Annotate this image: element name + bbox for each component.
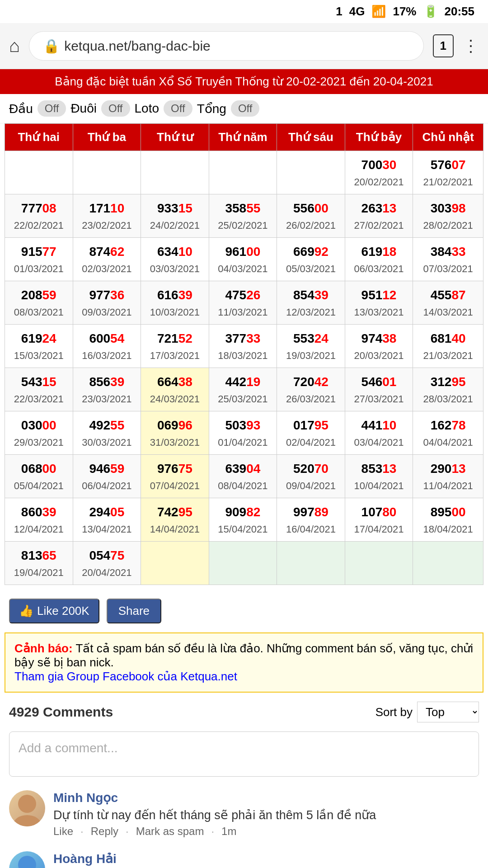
table-row: 2085908/03/20219773609/03/20216163910/03… xyxy=(5,281,483,325)
lottery-number: 50393 xyxy=(212,416,274,435)
lottery-date: 10/03/2021 xyxy=(144,305,206,320)
lottery-number: 29405 xyxy=(76,503,138,522)
facebook-group-link[interactable]: Tham gia Group Facebook của Ketqua.net xyxy=(14,670,237,683)
comment-input[interactable]: Add a comment... xyxy=(9,731,479,777)
table-cell: 9767507/04/2021 xyxy=(141,455,209,498)
table-cell: 7770822/02/2021 xyxy=(5,194,73,238)
loto-toggle[interactable]: Off xyxy=(164,100,192,117)
table-cell xyxy=(277,542,345,585)
comment-body: Hoàng Hải Lăng lê vào xem cmt rồi đi soi… xyxy=(53,851,479,868)
last-two-digits: 33 xyxy=(451,245,465,259)
lottery-date: 02/03/2021 xyxy=(76,261,138,276)
last-two-digits: 95 xyxy=(178,505,192,519)
table-cell: 5039301/04/2021 xyxy=(209,411,277,455)
tong-toggle[interactable]: Off xyxy=(231,100,260,117)
last-two-digits: 18 xyxy=(382,245,396,259)
last-two-digits: 59 xyxy=(42,288,56,302)
table-row: 7003020/02/20215760721/02/2021 xyxy=(5,151,483,194)
last-two-digits: 55 xyxy=(246,201,260,215)
lottery-number: 89500 xyxy=(416,503,480,522)
loto-label: Loto xyxy=(135,101,160,116)
table-cell: 2901311/04/2021 xyxy=(413,455,483,498)
lottery-date: 18/03/2021 xyxy=(212,348,274,363)
lottery-date: 13/03/2021 xyxy=(348,305,410,320)
last-two-digits: 26 xyxy=(246,288,260,302)
table-row: 7770822/02/20211711023/02/20219331524/02… xyxy=(5,194,483,238)
table-cell: 2631327/02/2021 xyxy=(345,194,413,238)
lottery-number: 81365 xyxy=(8,546,70,565)
lottery-date: 19/03/2021 xyxy=(280,348,342,363)
table-cell: 6341003/03/2021 xyxy=(141,238,209,281)
dau-label: Đầu xyxy=(9,101,33,116)
table-cell: 0699631/03/2021 xyxy=(141,411,209,455)
table-cell: 5560026/02/2021 xyxy=(277,194,345,238)
lottery-number: 91577 xyxy=(8,242,70,261)
table-cell: 6192415/03/2021 xyxy=(5,325,73,368)
lottery-number: 85313 xyxy=(348,459,410,478)
lottery-date: 05/03/2021 xyxy=(280,261,342,276)
lottery-date: 16/04/2021 xyxy=(280,522,342,537)
lottery-number: 54315 xyxy=(8,373,70,392)
column-header: Thứ năm xyxy=(209,124,277,151)
column-header: Thứ bảy xyxy=(345,124,413,151)
last-two-digits: 12 xyxy=(382,288,396,302)
like-button[interactable]: 👍 Like 200K xyxy=(9,599,99,623)
last-two-digits: 62 xyxy=(110,245,124,259)
reply-action[interactable]: Reply xyxy=(91,825,118,838)
warning-box: Cảnh báo: Tất cả spam bán số đều là lừa … xyxy=(5,632,483,693)
dau-toggle[interactable]: Off xyxy=(38,100,66,117)
last-two-digits: 75 xyxy=(110,548,124,562)
lottery-number: 20859 xyxy=(8,286,70,305)
table-cell: 7429514/04/2021 xyxy=(141,498,209,542)
lottery-date: 24/03/2021 xyxy=(144,392,206,406)
last-two-digits: 24 xyxy=(314,331,328,345)
lottery-number: 94659 xyxy=(76,459,138,478)
more-options-icon[interactable]: ⋮ xyxy=(463,37,479,56)
last-two-digits: 13 xyxy=(451,462,465,476)
lottery-number: 72042 xyxy=(280,373,342,392)
lottery-number: 63410 xyxy=(144,242,206,261)
lottery-number: 55600 xyxy=(280,199,342,218)
lottery-number: 44219 xyxy=(212,373,274,392)
sort-select[interactable]: Top Newest xyxy=(417,702,479,722)
lottery-number: 87462 xyxy=(76,242,138,261)
table-cell xyxy=(413,542,483,585)
lottery-date: 11/03/2021 xyxy=(212,305,274,320)
tab-count-button[interactable]: 1 xyxy=(433,34,454,57)
last-two-digits: 42 xyxy=(314,375,328,389)
table-cell: 1078017/04/2021 xyxy=(345,498,413,542)
url-bar[interactable]: 🔒 ketqua.net/bang-dac-bie xyxy=(29,31,423,61)
lottery-date: 23/03/2021 xyxy=(76,392,138,406)
last-two-digits: 13 xyxy=(382,201,396,215)
last-two-digits: 01 xyxy=(382,375,396,389)
lottery-number: 45587 xyxy=(416,286,480,305)
last-two-digits: 39 xyxy=(42,505,56,519)
duoi-toggle[interactable]: Off xyxy=(101,100,130,117)
lottery-number: 01795 xyxy=(280,416,342,435)
lottery-date: 03/03/2021 xyxy=(144,261,206,276)
status-bar: 1 4G 📶 17% 🔋 20:55 xyxy=(0,0,488,23)
comment-time: 1m xyxy=(221,825,236,838)
lottery-number: 35855 xyxy=(212,199,274,218)
svg-point-1 xyxy=(14,815,41,826)
home-icon[interactable]: ⌂ xyxy=(9,36,20,56)
lottery-date: 02/04/2021 xyxy=(280,435,342,450)
lottery-number: 90982 xyxy=(212,503,274,522)
battery-icon: 🔋 xyxy=(423,5,438,19)
table-cell: 9098215/04/2021 xyxy=(209,498,277,542)
lottery-date: 28/03/2021 xyxy=(416,392,480,406)
table-cell: 8563923/03/2021 xyxy=(73,368,141,411)
lottery-number: 17110 xyxy=(76,199,138,218)
lottery-date: 14/03/2021 xyxy=(416,305,480,320)
lottery-date: 07/04/2021 xyxy=(144,478,206,493)
table-cell: 9610004/03/2021 xyxy=(209,238,277,281)
table-row: 0680005/04/20219465906/04/20219767507/04… xyxy=(5,455,483,498)
table-cell xyxy=(209,542,277,585)
last-two-digits: 30 xyxy=(382,158,396,172)
like-action[interactable]: Like xyxy=(53,825,73,838)
mark-spam-action[interactable]: Mark as spam xyxy=(136,825,204,838)
table-cell: 3843307/03/2021 xyxy=(413,238,483,281)
last-two-digits: 89 xyxy=(314,505,328,519)
share-button[interactable]: Share xyxy=(107,599,161,623)
table-cell: 9511213/03/2021 xyxy=(345,281,413,325)
